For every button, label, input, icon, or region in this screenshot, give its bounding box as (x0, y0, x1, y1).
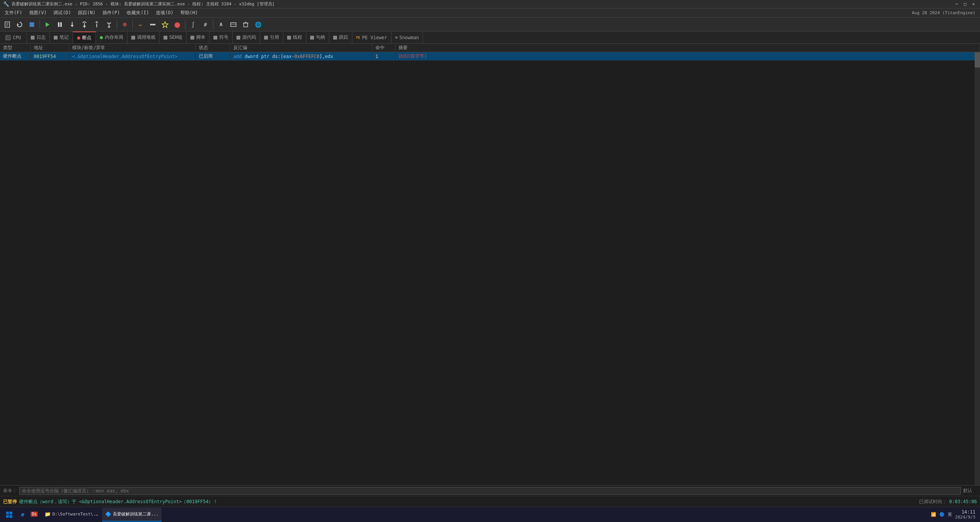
scrollbar-thumb[interactable] (975, 52, 980, 68)
tab-callstack[interactable]: 调用堆栈 (127, 31, 160, 43)
tab-handle-label: 句柄 (316, 34, 325, 41)
restart-button[interactable] (14, 19, 25, 30)
maximize-button[interactable]: □ (962, 1, 968, 8)
tab-notes[interactable]: 笔记 (50, 31, 73, 43)
tab-script[interactable]: 脚本 (187, 31, 210, 43)
menu-file[interactable]: 文件(F) (2, 9, 25, 17)
status-message: 已暂停 硬件断点（word，读写）于 <&OptionalHeader.Addr… (0, 496, 980, 507)
paused-status: 已暂停 (3, 499, 17, 505)
taskbar-x32dbg[interactable]: 🔷 吾爱破解训练第二课... (102, 508, 162, 522)
tab-dot-red (77, 36, 80, 40)
menu-debug[interactable]: 调试(D) (50, 9, 74, 17)
title-text: 吾爱破解训练第二课实例二.exe - PID: 2856 - 模块: 吾爱破解训… (12, 1, 274, 7)
edit-button[interactable]: ✏ (135, 19, 146, 30)
tab-script-label: 脚本 (196, 34, 205, 41)
tab-trace-label: 跟踪 (339, 34, 348, 41)
svg-rect-5 (30, 22, 34, 27)
status-detail: 硬件断点（word，读写）于 <&OptionalHeader.AddressO… (19, 499, 218, 505)
table-row[interactable]: 硬件断点 0019FF54 <.&OptionalHeader.AddressO… (0, 52, 980, 61)
tab-log-label: 日志 (36, 34, 46, 41)
tab-ref[interactable]: 引用 (260, 31, 283, 43)
tab-log[interactable]: 日志 (27, 31, 50, 43)
command-input[interactable] (19, 487, 961, 495)
tray-network[interactable]: 📶 (931, 512, 936, 517)
step-into-button[interactable] (66, 19, 78, 30)
tab-breakpoints-label: 断点 (82, 35, 91, 41)
pause-button[interactable] (54, 19, 66, 30)
tray-bluetooth[interactable]: 🔵 (939, 512, 945, 517)
tab-breakpoints[interactable]: 断点 (73, 31, 96, 43)
tab-cpu[interactable]: ⬛ CPU (0, 31, 27, 43)
menu-options[interactable]: 选项(O) (153, 9, 177, 17)
tab-handle[interactable]: 句柄 (306, 31, 329, 43)
debug-time-label: 已调试时间： (919, 499, 947, 504)
svg-marker-18 (162, 22, 168, 28)
tab-seh-label: SEH链 (169, 34, 182, 41)
tab-pe-label: PE Viewer (362, 35, 387, 40)
menu-view[interactable]: 视图(V) (26, 9, 50, 17)
empty-table-area (0, 61, 980, 485)
font-button[interactable]: A (215, 19, 227, 30)
hash-button[interactable]: # (200, 19, 211, 30)
tabs-bar: ⬛ CPU 日志 笔记 断点 内存布局 调用堆栈 SEH链 脚本 符号 源代码 … (0, 31, 980, 44)
tab-snowman[interactable]: ❄ Snowman (392, 31, 423, 43)
breakpoint-button[interactable]: ⬤ (172, 19, 183, 30)
menu-trace[interactable]: 跟踪(N) (75, 9, 99, 17)
svg-marker-12 (83, 26, 86, 28)
main-content: 类型 地址 模块/标签/异常 状态 反汇编 命中 摘要 硬件断点 0019FF5… (0, 44, 980, 485)
internet-button[interactable]: 🌐 (252, 19, 264, 30)
minimize-button[interactable]: ─ (953, 1, 960, 8)
run-til-button[interactable]: ⊕ (119, 19, 131, 30)
menu-bar: 文件(F) 视图(V) 调试(D) 跟踪(N) 插件(P) 收藏夹(I) 选项(… (0, 8, 980, 18)
taskbar-ie[interactable]: e (18, 508, 27, 522)
title-bar-left: 🔧 吾爱破解训练第二课实例二.exe - PID: 2856 - 模块: 吾爱破… (3, 1, 274, 7)
memory-map-button[interactable] (228, 19, 239, 30)
cell-disasm: add dword ptr ds:[eax-0x6FFEFC0],edx (230, 52, 372, 60)
menu-favorites[interactable]: 收藏夹(I) (124, 9, 152, 17)
tab-symbol[interactable]: 符号 (210, 31, 233, 43)
tab-cpu-label: CPU (13, 35, 21, 40)
header-address: 地址 (31, 44, 69, 52)
execute-return-button[interactable] (103, 19, 115, 30)
highlight-button[interactable] (159, 19, 171, 30)
taskbar-clock[interactable]: 14:11 2024/9/3 (955, 509, 975, 520)
tab-memory[interactable]: 内存布局 (96, 31, 127, 43)
tray-date: 2024/9/3 (955, 515, 975, 520)
svg-rect-8 (60, 22, 62, 27)
nop-button[interactable] (147, 19, 159, 30)
tab-callstack-label: 调用堆栈 (137, 34, 155, 41)
taskbar-ds[interactable]: Ds (28, 508, 41, 522)
taskbar-explorer[interactable]: 📁 D:\SoftwareTest\... (41, 508, 101, 522)
tab-source[interactable]: 源代码 (233, 31, 260, 43)
tab-seh[interactable]: SEH链 (160, 31, 187, 43)
tab-pe-viewer[interactable]: PE PE Viewer (352, 31, 392, 43)
step-over-button[interactable] (79, 19, 90, 30)
svg-rect-21 (244, 23, 248, 27)
taskbar-explorer-label: D:\SoftwareTest\... (52, 512, 98, 517)
new-button[interactable] (2, 19, 13, 30)
tab-thread-label: 线程 (293, 34, 302, 41)
header-status: 状态 (196, 44, 230, 52)
tray-lang[interactable]: 英 (948, 512, 952, 517)
delete-all-button[interactable] (240, 19, 251, 30)
run-button[interactable] (42, 19, 53, 30)
toolbar-sep-1 (40, 20, 40, 29)
svg-rect-17 (150, 24, 155, 25)
menu-plugins[interactable]: 插件(P) (99, 9, 123, 17)
tab-trace[interactable]: 跟踪 (329, 31, 352, 43)
tab-thread[interactable]: 线程 (283, 31, 306, 43)
column-headers: 类型 地址 模块/标签/异常 状态 反汇编 命中 摘要 (0, 44, 980, 52)
header-disasm: 反汇编 (230, 44, 372, 52)
svg-rect-24 (6, 512, 9, 514)
svg-rect-25 (10, 512, 12, 514)
stop-button[interactable] (26, 19, 38, 30)
step-out-button[interactable] (91, 19, 102, 30)
menu-help[interactable]: 帮助(H) (177, 9, 201, 17)
formula-button[interactable]: ∫ (187, 19, 199, 30)
title-bar: 🔧 吾爱破解训练第二课实例二.exe - PID: 2856 - 模块: 吾爱破… (0, 0, 980, 8)
default-label: 默认 (963, 487, 977, 494)
close-button[interactable]: ✕ (970, 1, 977, 8)
toolbar-sep-2 (117, 20, 117, 29)
vertical-scrollbar[interactable] (975, 52, 980, 485)
start-button[interactable] (2, 508, 17, 522)
